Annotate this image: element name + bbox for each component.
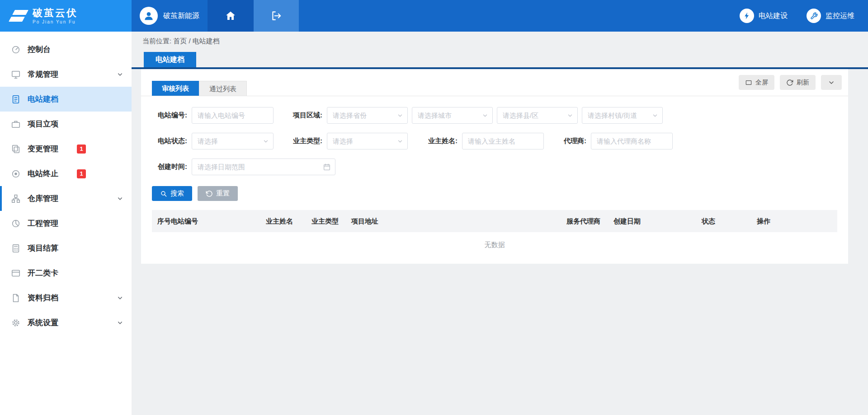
col-index: 序号 bbox=[157, 217, 171, 225]
notification-badge: 1 bbox=[77, 169, 86, 178]
city-select-input[interactable] bbox=[412, 107, 492, 123]
fullscreen-icon bbox=[745, 79, 752, 86]
panel-tools: 全屏 刷新 bbox=[739, 75, 842, 90]
sidebar-item-label: 项目结算 bbox=[28, 243, 58, 253]
logout-button[interactable] bbox=[254, 0, 299, 32]
logo-title: 破茧云伏 bbox=[33, 8, 78, 19]
sidebar-item-station-archive[interactable]: 电站建档 bbox=[0, 87, 132, 112]
sidebar-item-label: 工程管理 bbox=[28, 218, 58, 228]
station-status-label: 电站状态: bbox=[152, 137, 192, 145]
sidebar-item-label: 电站终止 bbox=[28, 168, 58, 179]
col-agent: 服务代理商 bbox=[566, 217, 600, 225]
date-range-picker[interactable] bbox=[192, 159, 335, 175]
chevron-down-icon bbox=[117, 71, 123, 78]
station-no-label: 电站编号: bbox=[152, 111, 192, 120]
region-label: 项目区域: bbox=[287, 111, 327, 120]
document-icon bbox=[11, 94, 21, 104]
sidebar-item-label: 仓库管理 bbox=[28, 193, 58, 204]
province-select-input[interactable] bbox=[327, 107, 407, 123]
sidebar-item-label: 资料归档 bbox=[28, 293, 58, 303]
nav-label: 监控运维 bbox=[826, 11, 854, 21]
city-select[interactable] bbox=[412, 107, 493, 124]
sidebar-item-change-mgmt[interactable]: 变更管理 1 bbox=[0, 136, 132, 161]
station-status-select-input[interactable] bbox=[192, 133, 273, 149]
notification-badge: 1 bbox=[77, 145, 86, 154]
chevron-down-icon bbox=[117, 319, 123, 326]
panel-tabs-row: 审核列表 通过列表 全屏 刷新 bbox=[141, 69, 848, 96]
refresh-button[interactable]: 刷新 bbox=[780, 75, 816, 90]
page-tab-row: 电站建档 bbox=[132, 52, 868, 69]
owner-type-select-input[interactable] bbox=[327, 133, 407, 149]
county-select-input[interactable] bbox=[497, 107, 577, 123]
monitor-icon bbox=[11, 70, 21, 79]
sidebar-item-general-mgmt[interactable]: 常规管理 bbox=[0, 62, 132, 87]
breadcrumb-separator: / bbox=[189, 37, 191, 45]
user-menu[interactable]: 破茧新能源 bbox=[132, 0, 208, 32]
breadcrumb-current: 电站建档 bbox=[193, 37, 220, 45]
breadcrumb-home[interactable]: 首页 bbox=[173, 37, 187, 45]
avatar bbox=[140, 7, 158, 25]
page-tab-station-archive[interactable]: 电站建档 bbox=[144, 52, 196, 67]
tab-passed-list[interactable]: 通过列表 bbox=[199, 81, 247, 96]
sidebar-item-label: 变更管理 bbox=[28, 144, 58, 154]
nav-monitoring-ops[interactable]: 监控运维 bbox=[807, 9, 854, 23]
sidebar-item-open-card[interactable]: 开二类卡 bbox=[0, 261, 132, 285]
sidebar-item-system-settings[interactable]: 系统设置 bbox=[0, 310, 132, 335]
tab-review-list[interactable]: 审核列表 bbox=[152, 81, 199, 96]
company-name: 破茧新能源 bbox=[163, 11, 199, 21]
col-status: 状态 bbox=[702, 217, 715, 225]
agent-input[interactable] bbox=[591, 133, 673, 149]
reset-button[interactable]: 重置 bbox=[198, 186, 238, 201]
calculator-icon bbox=[11, 243, 21, 253]
collapse-button[interactable] bbox=[821, 75, 842, 90]
search-form: 电站编号: 项目区域: bbox=[141, 96, 848, 175]
province-select[interactable] bbox=[327, 107, 408, 124]
sidebar-item-label: 开二类卡 bbox=[28, 268, 58, 278]
col-station-no: 电站编号 bbox=[171, 217, 198, 225]
sidebar-item-label: 控制台 bbox=[28, 44, 51, 55]
file-icon bbox=[11, 293, 21, 303]
sidebar-item-label: 项目立项 bbox=[28, 119, 58, 129]
search-button[interactable]: 搜索 bbox=[152, 186, 192, 201]
sidebar-item-project-settlement[interactable]: 项目结算 bbox=[0, 236, 132, 261]
sidebar-item-station-termination[interactable]: 电站终止 1 bbox=[0, 161, 132, 186]
empty-state: 无数据 bbox=[141, 232, 848, 257]
reset-label: 重置 bbox=[216, 189, 230, 198]
date-range-input[interactable] bbox=[192, 159, 335, 175]
owner-type-select[interactable] bbox=[327, 133, 408, 149]
home-button[interactable] bbox=[208, 0, 254, 32]
sidebar-item-dashboard[interactable]: 控制台 bbox=[0, 37, 132, 62]
copy-icon bbox=[11, 144, 21, 154]
main-content: 当前位置: 首页 / 电站建档 电站建档 审核列表 通过列表 全屏 bbox=[132, 32, 868, 415]
form-row-1: 电站编号: 项目区域: bbox=[152, 107, 837, 124]
sidebar-item-engineering-mgmt[interactable]: 工程管理 bbox=[0, 211, 132, 236]
home-icon bbox=[225, 10, 236, 22]
station-status-select[interactable] bbox=[192, 133, 274, 149]
owner-name-input[interactable] bbox=[462, 133, 544, 149]
app-header: 破茧云伏 Po Jian Yun Fu 破茧新能源 电站建设 bbox=[0, 0, 868, 32]
sidebar-item-project-initiation[interactable]: 项目立项 bbox=[0, 112, 132, 136]
lightning-icon bbox=[740, 9, 754, 23]
fullscreen-label: 全屏 bbox=[755, 79, 768, 87]
col-address: 项目地址 bbox=[351, 217, 378, 225]
owner-type-label: 业主类型: bbox=[287, 137, 327, 145]
owner-name-label: 业主姓名: bbox=[422, 137, 462, 145]
chevron-down-icon bbox=[828, 79, 835, 86]
wrench-icon bbox=[807, 9, 821, 23]
sidebar-item-warehouse-mgmt[interactable]: 仓库管理 bbox=[0, 186, 132, 211]
fullscreen-button[interactable]: 全屏 bbox=[739, 75, 774, 90]
nav-station-construction[interactable]: 电站建设 bbox=[740, 9, 788, 23]
header-spacer bbox=[299, 0, 740, 32]
sidebar-item-label: 系统设置 bbox=[28, 317, 58, 328]
county-select[interactable] bbox=[497, 107, 578, 124]
sidebar-item-data-archive[interactable]: 资料归档 bbox=[0, 285, 132, 310]
breadcrumb: 当前位置: 首页 / 电站建档 bbox=[132, 32, 868, 45]
col-owner-type: 业主类型 bbox=[311, 217, 339, 225]
search-label: 搜索 bbox=[170, 189, 184, 198]
pie-chart-icon bbox=[11, 219, 21, 228]
town-select[interactable] bbox=[582, 107, 663, 124]
station-no-input[interactable] bbox=[192, 107, 274, 124]
card-icon bbox=[11, 268, 21, 278]
app-logo[interactable]: 破茧云伏 Po Jian Yun Fu bbox=[0, 0, 132, 32]
town-select-input[interactable] bbox=[582, 107, 662, 123]
